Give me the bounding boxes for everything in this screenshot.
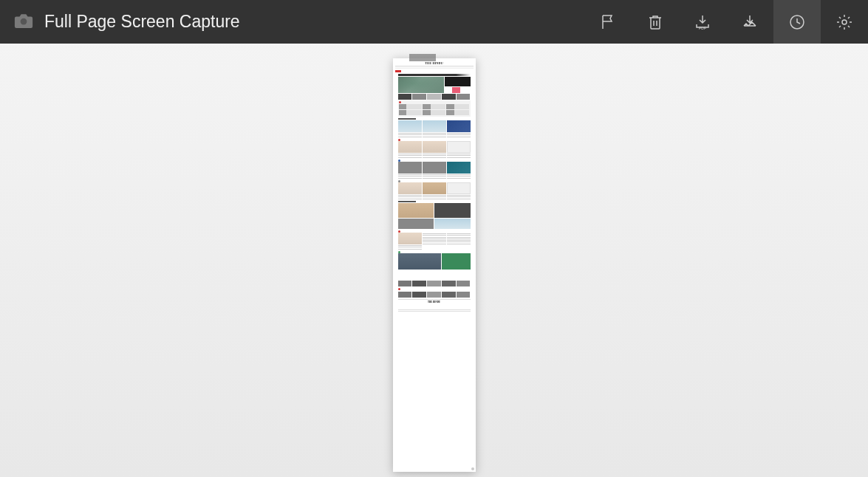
download-image-button[interactable] — [726, 0, 773, 44]
settings-button[interactable] — [821, 0, 868, 44]
toolbar-left: Full Page Screen Capture — [13, 12, 240, 32]
hero-image — [398, 77, 444, 93]
download-pdf-button[interactable]: PDF — [679, 0, 726, 44]
canvas-area[interactable]: THE HINDU — [0, 44, 868, 477]
hero-section — [398, 77, 471, 93]
delete-button[interactable] — [632, 0, 679, 44]
section-featured — [398, 201, 471, 229]
page-navbar — [395, 66, 474, 69]
latest-news — [398, 100, 471, 117]
camera-icon — [13, 13, 34, 32]
breaking-tag — [395, 70, 401, 72]
flag-button[interactable] — [584, 0, 632, 44]
svg-point-3 — [842, 20, 847, 24]
hero-sidebar — [445, 77, 471, 93]
section-3 — [398, 159, 471, 179]
selection-handle[interactable] — [409, 54, 436, 61]
svg-text:PDF: PDF — [699, 26, 706, 30]
section-sport — [398, 251, 471, 270]
toolbar: Full Page Screen Capture PDF — [0, 0, 868, 44]
app-title: Full Page Screen Capture — [44, 12, 240, 32]
scroll-top-badge — [471, 467, 474, 470]
section-2 — [398, 139, 471, 158]
captured-page-content: THE HINDU — [393, 58, 476, 472]
toolbar-right: PDF — [584, 0, 868, 44]
headline — [398, 74, 471, 76]
hero-ad — [445, 77, 471, 86]
footer-masthead: THE HINDU — [398, 299, 471, 305]
section-4 — [398, 180, 471, 199]
screenshot-preview[interactable]: THE HINDU — [393, 58, 476, 472]
page-masthead: THE HINDU — [395, 61, 474, 66]
svg-point-0 — [21, 18, 27, 24]
history-button[interactable] — [773, 0, 821, 44]
section-5 — [398, 230, 471, 250]
section-1 — [398, 118, 471, 137]
hero-promo — [445, 87, 471, 93]
footer-area: THE HINDU — [398, 272, 471, 316]
thumb-row-1 — [398, 94, 471, 100]
